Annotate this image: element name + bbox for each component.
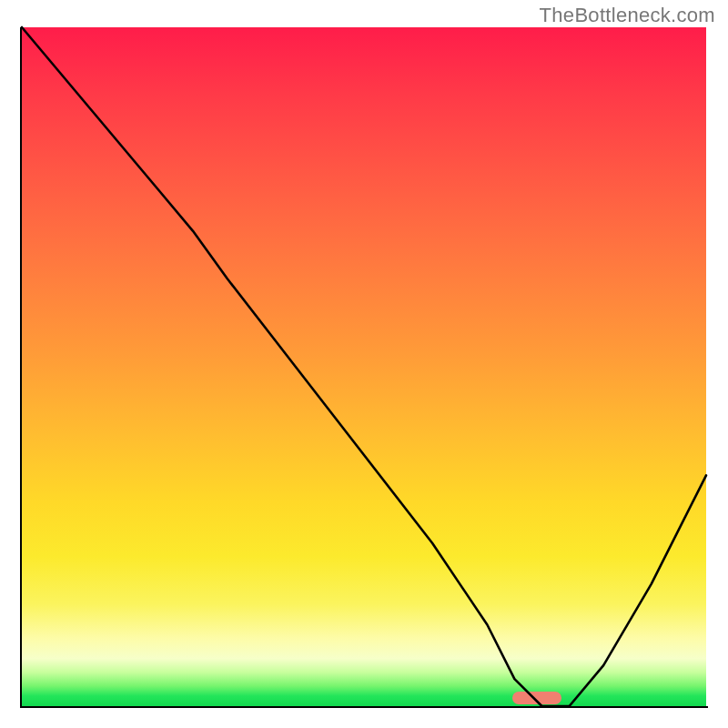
plot-axes — [20, 27, 708, 708]
watermark-text: TheBottleneck.com — [540, 4, 715, 27]
chart-frame: TheBottleneck.com — [0, 0, 728, 728]
